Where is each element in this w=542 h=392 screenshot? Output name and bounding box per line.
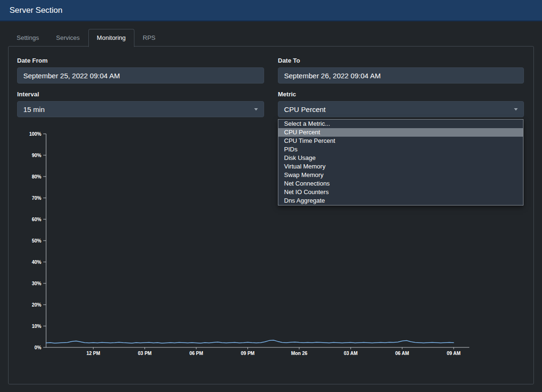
metric-option[interactable]: Dns Aggregate bbox=[278, 196, 523, 205]
metric-option[interactable]: Select a Metric... bbox=[278, 120, 523, 128]
metric-option[interactable]: Swap Memory bbox=[278, 171, 523, 179]
y-tick-label: 80% bbox=[32, 174, 41, 179]
x-tick-label: 12 PM bbox=[86, 351, 100, 356]
tab-settings[interactable]: Settings bbox=[8, 29, 48, 47]
y-tick-label: 100% bbox=[29, 131, 41, 137]
metric-select-value: CPU Percent bbox=[284, 105, 326, 113]
y-tick-label: 70% bbox=[32, 196, 41, 201]
page-title: Server Section bbox=[10, 6, 63, 15]
y-tick-label: 60% bbox=[32, 217, 41, 222]
metric-option[interactable]: Disk Usage bbox=[278, 154, 523, 162]
y-tick-label: 10% bbox=[32, 324, 41, 329]
x-tick-label: 06 PM bbox=[190, 351, 203, 356]
metric-option[interactable]: Net Connections bbox=[278, 179, 523, 188]
tab-rps[interactable]: RPS bbox=[134, 29, 164, 47]
x-tick-label: 03 AM bbox=[344, 351, 358, 356]
tab-monitoring[interactable]: Monitoring bbox=[88, 29, 134, 47]
metric-dropdown: Select a Metric...CPU PercentCPU Time Pe… bbox=[278, 119, 523, 205]
metric-label: Metric bbox=[278, 91, 296, 98]
y-tick-label: 50% bbox=[32, 238, 41, 243]
y-tick-label: 90% bbox=[32, 153, 41, 158]
date-from-input[interactable] bbox=[17, 67, 264, 84]
metric-option[interactable]: Virtual Memory bbox=[278, 162, 523, 171]
x-tick-label: 09 AM bbox=[447, 351, 460, 356]
y-tick-label: 30% bbox=[32, 281, 41, 286]
metric-select[interactable]: CPU Percent bbox=[278, 101, 524, 117]
y-tick-label: 20% bbox=[32, 302, 41, 308]
metric-option[interactable]: CPU Time Percent bbox=[278, 137, 523, 145]
x-tick-label: 09 PM bbox=[241, 351, 255, 356]
chevron-down-icon bbox=[514, 108, 518, 111]
interval-select-value: 15 min bbox=[23, 105, 45, 113]
date-to-input[interactable] bbox=[278, 67, 524, 84]
x-tick-label: 06 AM bbox=[395, 351, 409, 356]
tab-services[interactable]: Services bbox=[48, 29, 88, 47]
chevron-down-icon bbox=[254, 108, 258, 111]
interval-select[interactable]: 15 min bbox=[17, 101, 264, 117]
metric-option[interactable]: PIDs bbox=[278, 145, 523, 154]
app-header: Server Section bbox=[0, 0, 542, 21]
date-to-label: Date To bbox=[278, 57, 300, 64]
interval-label: Interval bbox=[17, 91, 39, 98]
metric-option[interactable]: Net IO Counters bbox=[278, 188, 523, 196]
metric-option[interactable]: CPU Percent bbox=[278, 128, 523, 137]
y-tick-label: 40% bbox=[32, 260, 41, 265]
x-tick-label: Mon 26 bbox=[291, 351, 308, 356]
tab-bar: SettingsServicesMonitoringRPS bbox=[8, 29, 164, 47]
chart-line-cpu-percent[interactable] bbox=[46, 340, 454, 343]
date-from-label: Date From bbox=[17, 57, 48, 64]
y-tick-label: 0% bbox=[35, 345, 42, 350]
x-tick-label: 03 PM bbox=[138, 351, 152, 356]
